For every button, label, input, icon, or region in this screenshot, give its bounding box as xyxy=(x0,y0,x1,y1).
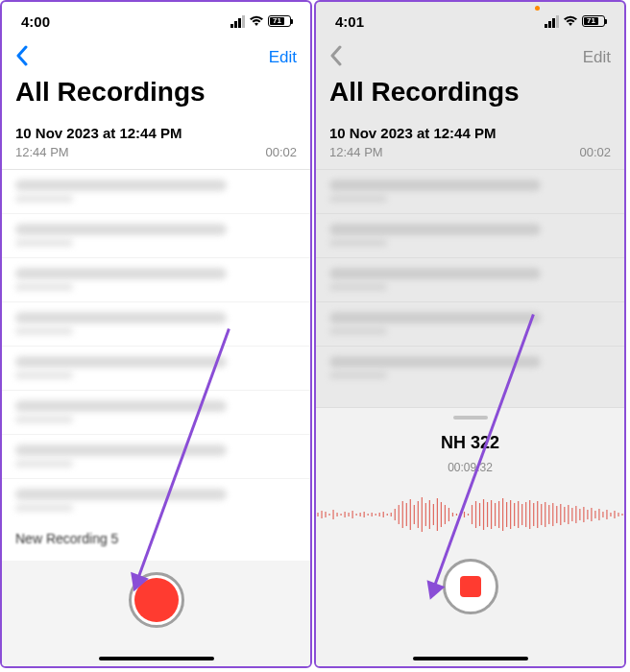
recording-duration: 00:02 xyxy=(265,145,297,159)
list-item-label: New Recording 5 xyxy=(2,523,310,546)
record-icon xyxy=(134,578,179,622)
back-chevron-icon[interactable] xyxy=(329,45,342,70)
stop-button[interactable] xyxy=(443,559,498,614)
battery-icon: 71 xyxy=(268,15,291,27)
home-indicator[interactable] xyxy=(99,657,214,660)
recordings-list-blurred xyxy=(316,170,624,407)
cellular-icon xyxy=(230,15,245,28)
stop-icon xyxy=(460,576,481,597)
list-item[interactable] xyxy=(2,170,310,214)
list-item[interactable] xyxy=(2,391,310,435)
list-item[interactable] xyxy=(2,258,310,302)
recording-panel: NH 322 00:09.32 xyxy=(316,407,624,666)
battery-icon: 71 xyxy=(582,15,605,27)
back-chevron-icon[interactable] xyxy=(15,45,28,70)
clock: 4:01 xyxy=(335,13,364,30)
record-bar xyxy=(2,561,310,666)
edit-button[interactable]: Edit xyxy=(583,48,611,67)
recording-indicator-dot xyxy=(535,6,540,11)
status-icons: 71 xyxy=(545,15,605,28)
cellular-icon xyxy=(545,15,559,28)
wifi-icon xyxy=(249,15,264,27)
clock: 4:00 xyxy=(21,13,50,30)
list-item[interactable] xyxy=(2,302,310,347)
edit-button[interactable]: Edit xyxy=(269,48,297,67)
phone-left: 4:00 71 Edit All Recordings 10 Nov 2023 … xyxy=(0,0,312,668)
list-item[interactable] xyxy=(2,214,310,258)
recording-item[interactable]: 10 Nov 2023 at 12:44 PM 12:44 PM 00:02 xyxy=(316,117,624,170)
wifi-icon xyxy=(563,15,578,27)
list-item[interactable] xyxy=(2,347,310,391)
page-title: All Recordings xyxy=(2,75,310,117)
page-title: All Recordings xyxy=(316,75,624,117)
home-indicator[interactable] xyxy=(413,657,528,660)
active-recording-elapsed: 00:09.32 xyxy=(448,461,493,474)
recording-item[interactable]: 10 Nov 2023 at 12:44 PM 12:44 PM 00:02 xyxy=(2,117,310,170)
list-item[interactable] xyxy=(2,435,310,479)
waveform xyxy=(316,492,624,538)
recording-time: 12:44 PM xyxy=(15,145,69,159)
list-item[interactable] xyxy=(316,170,624,214)
recording-title: 10 Nov 2023 at 12:44 PM xyxy=(329,125,611,141)
status-bar: 4:01 71 xyxy=(316,2,624,40)
nav-bar: Edit xyxy=(316,40,624,75)
phone-right: 4:01 71 Edit All Recordings 10 Nov 2023 … xyxy=(314,0,626,668)
recordings-list-blurred: New Recording 5 xyxy=(2,170,310,561)
list-item[interactable] xyxy=(316,302,624,347)
recording-time: 12:44 PM xyxy=(329,145,383,159)
nav-bar: Edit xyxy=(2,40,310,75)
list-item[interactable] xyxy=(316,347,624,391)
status-bar: 4:00 71 xyxy=(2,2,310,40)
list-item[interactable] xyxy=(316,214,624,258)
panel-grabber[interactable] xyxy=(453,416,488,420)
status-icons: 71 xyxy=(230,15,291,28)
recording-title: 10 Nov 2023 at 12:44 PM xyxy=(15,125,297,141)
recording-duration: 00:02 xyxy=(579,145,611,159)
list-item[interactable] xyxy=(2,479,310,523)
active-recording-name: NH 322 xyxy=(441,433,499,453)
list-item[interactable] xyxy=(316,258,624,302)
record-button[interactable] xyxy=(129,572,184,628)
